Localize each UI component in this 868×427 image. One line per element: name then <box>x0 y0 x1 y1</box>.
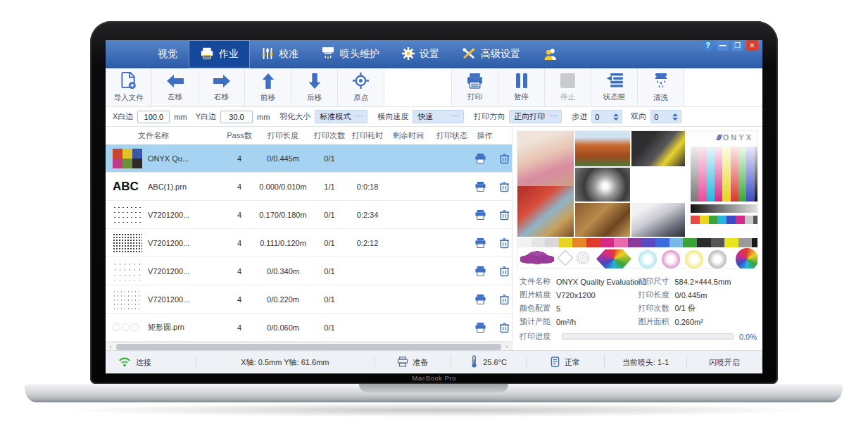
import-file-button[interactable]: 导入文件 <box>106 68 152 106</box>
print-icon <box>466 73 484 90</box>
step-stepper[interactable]: 0 <box>591 110 622 123</box>
x-margin-input[interactable]: 100.0 <box>137 111 170 123</box>
delete-job-button[interactable] <box>499 266 510 277</box>
origin-button[interactable]: 原点 <box>338 68 384 106</box>
table-row[interactable]: V7201200... 4 0.111/0.120m 0/1 0:2:12 <box>106 229 512 257</box>
print-job-button[interactable] <box>474 294 486 305</box>
col-operations: 操作 <box>474 130 512 141</box>
direction-select[interactable]: 正向打印 ﹀ <box>509 110 562 123</box>
print-job-button[interactable] <box>474 237 486 249</box>
minimize-button[interactable]: — <box>717 40 729 51</box>
wifi-icon <box>118 357 131 369</box>
tab-users[interactable] <box>532 40 570 68</box>
clean-button[interactable]: 清洗 <box>638 68 684 106</box>
job-thumbnail <box>113 261 142 281</box>
table-row[interactable]: ABC ABC(1).prn 4 0.000/0.010m 1/1 0:0:18 <box>106 173 512 201</box>
info-value: 0.260m² <box>675 318 703 326</box>
scrollbar-thumb[interactable] <box>116 344 501 350</box>
move-left-button[interactable]: 左移 <box>152 68 199 106</box>
job-info-left-column: 文件名称ONYX Quality Evaluation1. 图片精度V720x1… <box>520 275 639 328</box>
info-value: 5 <box>556 304 560 313</box>
print-job-button[interactable] <box>474 266 486 277</box>
info-label: 预计产能 <box>520 316 551 327</box>
job-thumbnail <box>113 233 142 253</box>
table-row[interactable]: 矩形圆.prn 4 0/0.060m 0/1 <box>106 314 512 342</box>
job-pass: 4 <box>224 295 255 304</box>
print-button[interactable]: 打印 <box>452 68 498 106</box>
toolbar-label: 后移 <box>307 93 322 103</box>
machine-status: 正常 <box>527 355 605 369</box>
print-job-button[interactable] <box>474 322 486 333</box>
feather-select[interactable]: 标准模式 ﹀ <box>315 110 367 123</box>
toolbar-spacer <box>384 68 452 106</box>
delete-job-button[interactable] <box>499 294 510 305</box>
job-name: V7201200... <box>148 239 189 247</box>
job-length: 0.111/0.120m <box>255 239 311 247</box>
info-label: 打印长度 <box>639 290 669 300</box>
help-button[interactable]: ? <box>702 40 714 51</box>
axis-position-label: X轴: 0.5mm Y轴: 61.6mm <box>241 357 329 368</box>
delete-job-button[interactable] <box>499 209 510 221</box>
scroll-right-icon[interactable]: › <box>502 343 512 350</box>
job-pass: 4 <box>224 182 255 191</box>
spinner-arrows-icon[interactable] <box>613 113 619 120</box>
printer-status-icon <box>397 357 408 369</box>
speed-select[interactable]: 快速 ﹀ <box>413 110 464 123</box>
move-forward-button[interactable]: 前移 <box>245 68 291 106</box>
pause-button[interactable]: 暂停 <box>498 68 545 106</box>
delete-job-button[interactable] <box>499 181 510 192</box>
tab-jobs[interactable]: 作业 <box>189 40 250 68</box>
info-value: 0/1 份 <box>675 303 696 314</box>
tab-calibration[interactable]: 校准 <box>250 40 310 68</box>
tab-printhead-maintenance[interactable]: 喷头维护 <box>310 40 391 68</box>
table-row[interactable]: V7201200... 4 0/0.220m 0/1 <box>106 285 512 314</box>
scroll-left-icon[interactable]: ‹ <box>106 343 115 350</box>
col-elapsed: 打印耗时 <box>348 130 387 141</box>
info-label: 图片面积 <box>639 316 669 327</box>
tab-advanced-label: 高级设置 <box>481 48 520 61</box>
info-label: 打印次数 <box>639 303 669 314</box>
table-row[interactable]: ONYX Qu... 4 0/0.445m 0/1 <box>106 144 512 173</box>
job-time: 0:0:18 <box>348 182 387 191</box>
job-thumbnail <box>113 318 142 338</box>
laptop-brand-label: MacBook Pro <box>90 374 778 382</box>
toolbar-label: 暂停 <box>514 92 529 102</box>
tab-vision-label: 视觉 <box>158 48 177 61</box>
maximize-button[interactable]: ❐ <box>731 40 743 51</box>
stop-button[interactable]: 停止 <box>545 68 591 106</box>
move-backward-button[interactable]: 后移 <box>291 68 338 106</box>
tab-jobs-label: 作业 <box>219 48 239 61</box>
print-job-button[interactable] <box>474 181 486 192</box>
job-count: 0/1 <box>311 239 348 247</box>
printer-icon <box>200 47 214 62</box>
tab-settings[interactable]: 设置 <box>391 40 451 68</box>
table-row[interactable]: V7201200... 4 0.170/0.180m 0/1 0:2:34 <box>106 201 512 229</box>
close-button[interactable]: ✕ <box>746 40 758 51</box>
clean-icon <box>652 73 670 91</box>
main-content: 文件名称 Pass数 打印长度 打印次数 打印耗时 剩余时间 打印状态 操作 O… <box>106 127 762 350</box>
move-right-button[interactable]: 右移 <box>199 68 245 106</box>
print-job-button[interactable] <box>474 209 486 221</box>
direction-label: 打印方向 <box>474 111 505 122</box>
laptop-screen-bezel: MacBook Pro 视觉 作业 校准 <box>90 21 778 384</box>
spinner-arrows-icon[interactable] <box>672 113 678 120</box>
toolbar-label: 清洗 <box>653 93 668 103</box>
feather-label: 羽化大小 <box>279 111 310 122</box>
tab-advanced-settings[interactable]: 高级设置 <box>451 40 532 68</box>
info-label: 颜色配置 <box>520 303 551 314</box>
gear-icon <box>402 47 415 62</box>
y-margin-input[interactable]: 30.0 <box>220 111 253 123</box>
bidirectional-stepper[interactable]: 0 <box>650 110 681 123</box>
delete-job-button[interactable] <box>499 153 510 164</box>
bidirectional-label: 双向 <box>631 111 646 122</box>
table-row[interactable]: V7201200... 4 0/0.340m 0/1 <box>106 257 512 285</box>
current-head-label: 当前喷头: 1-1 <box>622 357 669 368</box>
delete-job-button[interactable] <box>499 322 510 333</box>
col-length: 打印长度 <box>255 130 311 141</box>
y-margin-label: Y白边 <box>196 111 216 122</box>
temperature-label: 25.6°C <box>483 358 507 366</box>
delete-job-button[interactable] <box>499 237 510 249</box>
print-job-button[interactable] <box>474 153 486 164</box>
status-box-button[interactable]: 状态匣 <box>591 68 638 106</box>
tab-vision[interactable]: 视觉 <box>146 40 189 68</box>
